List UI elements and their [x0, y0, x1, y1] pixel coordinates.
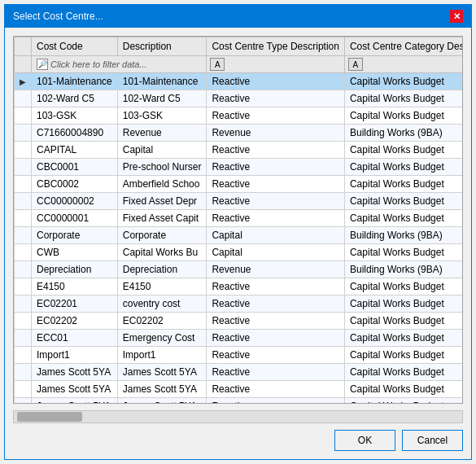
cell-category: Building Works (9BA)	[344, 261, 462, 278]
cell-type: Reactive	[207, 107, 345, 125]
cell-description: Depreciation	[117, 261, 207, 278]
table-row[interactable]: EC02202EC02202ReactiveCapital Works Budg…	[15, 313, 463, 330]
table-row[interactable]: 102-Ward C5102-Ward C5ReactiveCapital Wo…	[15, 90, 463, 107]
row-arrow-cell	[15, 364, 32, 381]
column-header-row: Cost Code Description Cost Centre Type D…	[15, 37, 463, 56]
row-arrow-cell	[15, 90, 32, 107]
cell-type: Reactive	[207, 330, 345, 347]
cell-cost_code: E4150	[32, 278, 118, 295]
table-row[interactable]: CC00000002Fixed Asset DeprReactiveCapita…	[15, 193, 463, 210]
table-row[interactable]: 103-GSK103-GSKReactiveCapital Works Budg…	[15, 107, 463, 125]
cell-description: Emergency Cost	[117, 330, 207, 347]
col-header-description[interactable]: Description	[117, 37, 207, 56]
bottom-bar	[13, 410, 463, 423]
cell-description: 103-GSK	[117, 107, 207, 125]
cell-category: Building Works (9BA)	[344, 125, 462, 142]
cell-cost_code: EC02201	[32, 295, 118, 313]
cell-cost_code: 103-GSK	[32, 107, 118, 125]
cell-cost_code: 101-Maintenance	[32, 73, 118, 90]
row-arrow-cell	[15, 261, 32, 278]
cell-cost_code: C71660004890	[32, 125, 118, 142]
cell-description: EC02202	[117, 313, 207, 330]
arrow-header	[15, 37, 32, 56]
table-body: ▶101-Maintenance101-MaintenanceReactiveC…	[15, 73, 463, 404]
cell-cost_code: Corporate	[32, 227, 118, 244]
filter-placeholder-cell[interactable]: 🔎Click here to filter data...	[32, 56, 207, 73]
row-arrow-cell	[15, 244, 32, 261]
cell-type: Revenue	[207, 261, 345, 278]
table-row[interactable]: CorporateCorporateCapitalBuilding Works …	[15, 227, 463, 244]
row-arrow-cell	[15, 142, 32, 159]
cancel-button[interactable]: Cancel	[402, 430, 463, 451]
table-row[interactable]: DepreciationDepreciationRevenueBuilding …	[15, 261, 463, 278]
cell-description: coventry cost	[117, 295, 207, 313]
row-arrow-cell	[15, 381, 32, 398]
close-button[interactable]: ✕	[450, 10, 463, 23]
cell-cost_code: James Scott 5YA	[32, 381, 118, 398]
cost-centre-table: Cost Code Description Cost Centre Type D…	[14, 37, 462, 403]
table-row[interactable]: CBC0002Amberfield SchooReactiveCapital W…	[15, 176, 463, 193]
row-arrow-cell	[15, 159, 32, 176]
cell-type: Reactive	[207, 176, 345, 193]
table-row[interactable]: EC02201coventry costReactiveCapital Work…	[15, 295, 463, 313]
cell-cost_code: CC00000002	[32, 193, 118, 210]
filter-a-cat[interactable]: A	[348, 58, 363, 71]
table-row[interactable]: James Scott 5YAJames Scott 5YAReactiveCa…	[15, 381, 463, 398]
row-arrow-cell	[15, 278, 32, 295]
horizontal-scrollbar[interactable]	[13, 410, 463, 423]
cell-type: Reactive	[207, 347, 345, 364]
cell-cost_code: CBC0001	[32, 159, 118, 176]
button-row: OK Cancel	[13, 430, 463, 451]
dialog-title: Select Cost Centre...	[13, 11, 103, 22]
row-arrow-cell	[15, 176, 32, 193]
cell-type: Reactive	[207, 193, 345, 210]
cell-category: Capital Works Budget	[344, 142, 462, 159]
title-bar: Select Cost Centre... ✕	[5, 5, 471, 28]
row-arrow-cell	[15, 398, 32, 404]
col-header-cost-code[interactable]: Cost Code	[32, 37, 118, 56]
hscroll-thumb	[17, 412, 82, 422]
cell-description: 101-Maintenance	[117, 73, 207, 90]
cell-description: E4150	[117, 278, 207, 295]
filter-a-type[interactable]: A	[210, 58, 225, 71]
cell-category: Building Works (9BA)	[344, 227, 462, 244]
cell-category: Capital Works Budget	[344, 313, 462, 330]
cell-category: Capital Works Budget	[344, 90, 462, 107]
cell-type: Reactive	[207, 142, 345, 159]
cell-description: Capital Works Bu	[117, 244, 207, 261]
cell-type: Capital	[207, 227, 345, 244]
ok-button[interactable]: OK	[334, 430, 395, 451]
table-row[interactable]: CC0000001Fixed Asset CapitReactiveCapita…	[15, 210, 463, 227]
table-row[interactable]: Import1Import1ReactiveCapital Works Budg…	[15, 347, 463, 364]
cell-cost_code: CWB	[32, 244, 118, 261]
row-arrow-cell	[15, 107, 32, 125]
cell-category: Capital Works Budget	[344, 330, 462, 347]
table-row[interactable]: CWBCapital Works BuCapitalCapital Works …	[15, 244, 463, 261]
dialog-content: Cost Code Description Cost Centre Type D…	[5, 28, 471, 459]
cell-category: Capital Works Budget	[344, 295, 462, 313]
row-arrow-cell	[15, 313, 32, 330]
table-row[interactable]: James Scott 5YAJames Scott 5YAReactiveCa…	[15, 398, 463, 404]
cell-category: Capital Works Budget	[344, 364, 462, 381]
cell-category: Capital Works Budget	[344, 210, 462, 227]
row-arrow-cell	[15, 227, 32, 244]
col-header-category[interactable]: Cost Centre Category Desc	[344, 37, 462, 56]
cell-description: Revenue	[117, 125, 207, 142]
table-row[interactable]: CAPITALCapitalReactiveCapital Works Budg…	[15, 142, 463, 159]
table-row[interactable]: ▶101-Maintenance101-MaintenanceReactiveC…	[15, 73, 463, 90]
table-row[interactable]: CBC0001Pre-school NurserReactiveCapital …	[15, 159, 463, 176]
col-header-type[interactable]: Cost Centre Type Description	[207, 37, 345, 56]
table-row[interactable]: ECC01Emergency CostReactiveCapital Works…	[15, 330, 463, 347]
row-arrow-cell	[15, 125, 32, 142]
cell-description: Capital	[117, 142, 207, 159]
cell-type: Revenue	[207, 125, 345, 142]
cell-cost_code: 102-Ward C5	[32, 90, 118, 107]
table-row[interactable]: James Scott 5YAJames Scott 5YAReactiveCa…	[15, 364, 463, 381]
cell-description: Fixed Asset Depr	[117, 193, 207, 210]
cell-cost_code: EC02202	[32, 313, 118, 330]
cell-cost_code: Import1	[32, 347, 118, 364]
cell-type: Reactive	[207, 381, 345, 398]
table-row[interactable]: E4150E4150ReactiveCapital Works Budget	[15, 278, 463, 295]
table-row[interactable]: C71660004890RevenueRevenueBuilding Works…	[15, 125, 463, 142]
table-scroll-area[interactable]: Cost Code Description Cost Centre Type D…	[14, 37, 462, 403]
